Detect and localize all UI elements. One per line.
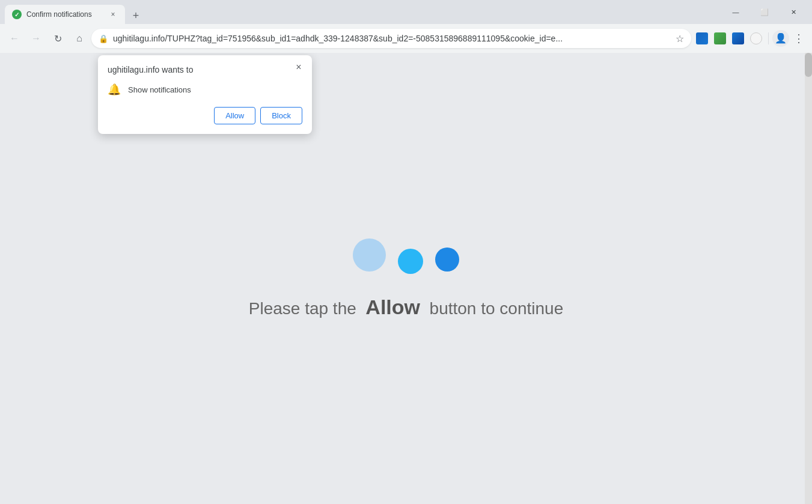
dot-2 bbox=[398, 249, 423, 274]
scrollbar[interactable] bbox=[805, 53, 812, 504]
reload-button[interactable]: ↻ bbox=[48, 29, 67, 48]
toolbar-divider bbox=[768, 32, 769, 44]
popup-site-text: ughitilagu.info wants to bbox=[108, 65, 302, 74]
permission-popup: × ughitilagu.info wants to 🔔 Show notifi… bbox=[98, 55, 312, 134]
forward-button[interactable]: → bbox=[26, 29, 46, 48]
page-content: × ughitilagu.info wants to 🔔 Show notifi… bbox=[0, 53, 812, 504]
allow-button[interactable]: Allow bbox=[214, 107, 255, 124]
extension-1-button[interactable] bbox=[694, 30, 710, 47]
tab-favicon: ✓ bbox=[12, 10, 22, 19]
bookmark-icon[interactable]: ☆ bbox=[676, 33, 684, 44]
profile-icon: 👤 bbox=[775, 32, 787, 44]
popup-buttons: Allow Block bbox=[108, 107, 302, 124]
profile-button[interactable]: 👤 bbox=[772, 30, 789, 47]
tab-close-button[interactable]: × bbox=[108, 10, 118, 19]
extension-2-icon bbox=[714, 32, 726, 44]
extension-1-icon bbox=[696, 32, 708, 44]
new-tab-button[interactable]: + bbox=[127, 7, 144, 24]
dot-1 bbox=[353, 238, 386, 272]
extension-4-button[interactable] bbox=[748, 30, 765, 47]
active-tab[interactable]: ✓ Confirm notifications × bbox=[5, 5, 125, 24]
title-bar: ✓ Confirm notifications × + — ⬜ ✕ bbox=[0, 0, 812, 24]
permission-label: Show notifications bbox=[128, 85, 191, 94]
popup-close-button[interactable]: × bbox=[293, 61, 305, 73]
back-button[interactable]: ← bbox=[5, 29, 24, 48]
extension-2-button[interactable] bbox=[712, 30, 728, 47]
dots-animation bbox=[353, 238, 459, 272]
dot-3 bbox=[435, 247, 459, 272]
block-button[interactable]: Block bbox=[260, 107, 302, 124]
tab-strip: ✓ Confirm notifications × + bbox=[5, 0, 719, 24]
extension-4-icon bbox=[750, 32, 762, 44]
lock-icon: 🔒 bbox=[99, 34, 108, 43]
tab-title: Confirm notifications bbox=[26, 10, 103, 19]
home-button[interactable]: ⌂ bbox=[70, 29, 89, 48]
popup-permission-row: 🔔 Show notifications bbox=[108, 83, 302, 96]
scrollbar-thumb[interactable] bbox=[805, 53, 812, 77]
extension-3-icon bbox=[732, 32, 744, 44]
window-controls: — ⬜ ✕ bbox=[722, 2, 807, 22]
page-message: Please tap the Allow button to continue bbox=[249, 296, 563, 319]
message-bold: Allow bbox=[365, 296, 420, 318]
address-bar[interactable]: 🔒 ughitilagu.info/TUPHZ?tag_id=751956&su… bbox=[91, 29, 691, 48]
message-prefix: Please tap the bbox=[249, 299, 356, 318]
bell-icon: 🔔 bbox=[108, 83, 121, 96]
navigation-bar: ← → ↻ ⌂ 🔒 ughitilagu.info/TUPHZ?tag_id=7… bbox=[0, 24, 812, 53]
message-suffix: button to continue bbox=[430, 299, 564, 318]
extension-3-button[interactable] bbox=[730, 30, 746, 47]
address-text: ughitilagu.info/TUPHZ?tag_id=751956&sub_… bbox=[113, 34, 671, 43]
chrome-menu-button[interactable]: ⋮ bbox=[790, 30, 807, 47]
maximize-button[interactable]: ⬜ bbox=[751, 2, 778, 22]
close-button[interactable]: ✕ bbox=[780, 2, 807, 22]
favicon-check-icon: ✓ bbox=[12, 10, 22, 19]
minimize-button[interactable]: — bbox=[722, 2, 749, 22]
browser-frame: ✓ Confirm notifications × + — ⬜ ✕ ← → ↻ … bbox=[0, 0, 812, 504]
toolbar-extensions: 👤 ⋮ bbox=[694, 30, 807, 47]
